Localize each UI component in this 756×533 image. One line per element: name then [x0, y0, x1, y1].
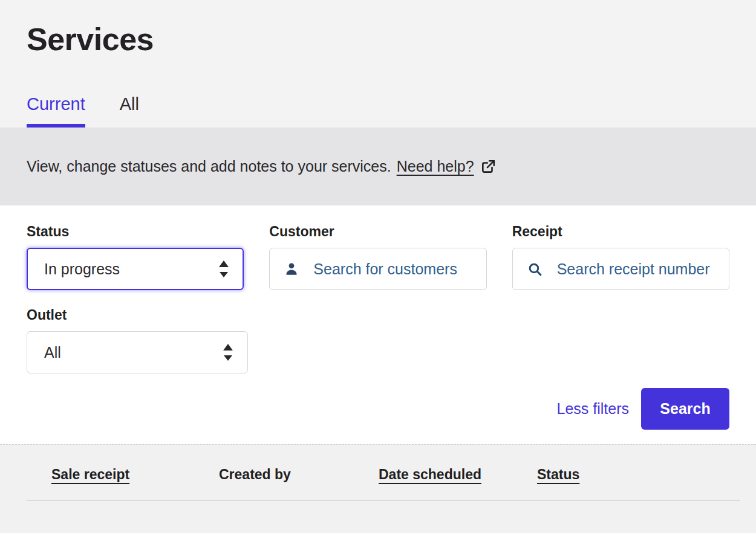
- arrow-up-icon: [223, 344, 233, 350]
- page-title: Services: [27, 22, 729, 58]
- column-date-scheduled[interactable]: Date scheduled: [379, 467, 537, 483]
- receipt-search-input[interactable]: [556, 260, 717, 279]
- column-status[interactable]: Status: [537, 467, 579, 483]
- outlet-select[interactable]: All: [27, 331, 248, 373]
- select-spinner-icon: [219, 260, 229, 277]
- status-select[interactable]: In progress: [27, 248, 244, 290]
- results-table: Sale receipt Created by Date scheduled S…: [0, 444, 756, 533]
- tab-bar: Current All: [27, 94, 139, 128]
- filter-actions: Less filters Search: [27, 388, 729, 430]
- banner-text: View, change statuses and add notes to y…: [27, 158, 391, 175]
- filter-row-2: Outlet All: [27, 307, 729, 373]
- table-divider: [27, 500, 740, 501]
- table-header-row: Sale receipt Created by Date scheduled S…: [0, 445, 756, 483]
- status-label: Status: [27, 224, 244, 240]
- customer-search-box: [269, 248, 486, 290]
- tab-current[interactable]: Current: [27, 94, 85, 128]
- receipt-label: Receipt: [512, 224, 729, 240]
- external-link-icon: [480, 159, 496, 175]
- customer-label: Customer: [269, 224, 486, 240]
- tab-all[interactable]: All: [120, 94, 139, 128]
- arrow-down-icon: [220, 272, 228, 277]
- select-spinner-icon: [223, 344, 233, 361]
- search-icon: [527, 262, 543, 277]
- info-banner: View, change statuses and add notes to y…: [0, 128, 756, 205]
- column-sale-receipt[interactable]: Sale receipt: [51, 467, 219, 483]
- less-filters-link[interactable]: Less filters: [557, 400, 629, 418]
- page-header: Services Current All: [0, 0, 756, 128]
- arrow-up-icon: [219, 260, 229, 267]
- search-button[interactable]: Search: [641, 388, 729, 430]
- column-created-by: Created by: [219, 467, 379, 483]
- person-icon: [284, 261, 299, 277]
- customer-search-input[interactable]: [312, 260, 474, 279]
- filters-panel: Status In progress Customer Rec: [0, 205, 756, 444]
- outlet-select-value: All: [44, 344, 61, 361]
- arrow-down-icon: [224, 355, 232, 361]
- status-select-value: In progress: [44, 260, 120, 278]
- receipt-search-box: [512, 248, 729, 290]
- filter-row-1: Status In progress Customer Rec: [27, 224, 729, 290]
- outlet-label: Outlet: [27, 307, 248, 323]
- need-help-link[interactable]: Need help?: [397, 158, 496, 175]
- need-help-link-label: Need help?: [397, 158, 474, 175]
